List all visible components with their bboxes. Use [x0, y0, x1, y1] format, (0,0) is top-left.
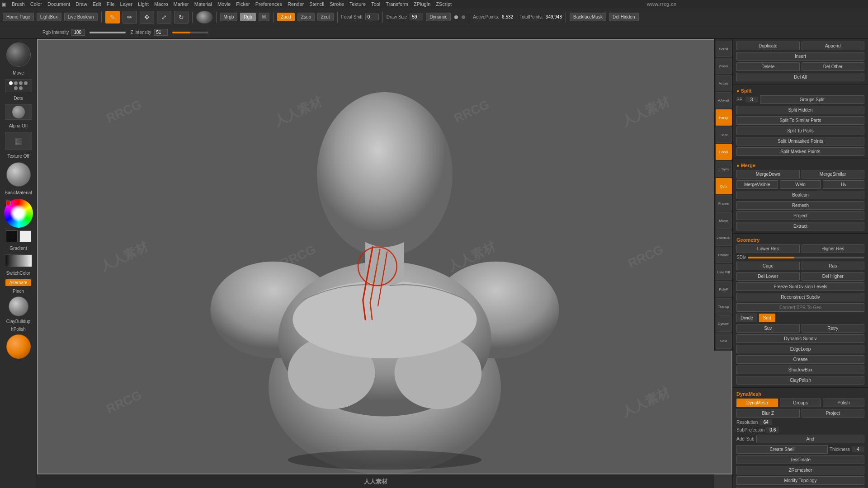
- spi-value[interactable]: 3: [745, 97, 758, 103]
- menu-marker[interactable]: Marker: [174, 1, 189, 7]
- menu-stencil[interactable]: Stencil: [309, 1, 324, 7]
- menu-transform[interactable]: Transform: [386, 1, 408, 7]
- menu-preferences[interactable]: Preferences: [255, 1, 282, 7]
- dots-selector[interactable]: [5, 79, 32, 92]
- split-masked-button[interactable]: Split Masked Points: [736, 147, 864, 156]
- duplicate-button[interactable]: Duplicate: [736, 42, 800, 50]
- split-to-similar-parts-button[interactable]: Split To Similar Parts: [736, 116, 864, 125]
- gradient-box[interactable]: [5, 254, 32, 267]
- brush-sphere[interactable]: [6, 42, 31, 67]
- menu-document[interactable]: Document: [47, 1, 70, 7]
- cage-button[interactable]: Cage: [736, 262, 800, 270]
- menu-tool[interactable]: Tool: [371, 1, 380, 7]
- del-lower-button[interactable]: Del Lower: [736, 272, 800, 281]
- ras-button[interactable]: Ras: [802, 262, 865, 270]
- zcut-button[interactable]: Zcut: [317, 13, 333, 21]
- menu-zscript[interactable]: ZScript: [436, 1, 452, 7]
- project-button[interactable]: Project: [736, 211, 864, 220]
- aahalf-btn[interactable]: AAHalf: [716, 92, 732, 108]
- groups-dyna-button[interactable]: Groups: [780, 399, 821, 407]
- remesh-button[interactable]: Remesh: [736, 201, 864, 210]
- menu-draw[interactable]: Draw: [75, 1, 87, 7]
- menu-picker[interactable]: Picker: [236, 1, 250, 7]
- convert-bpr-button[interactable]: Convert BPR To Geo: [736, 303, 864, 312]
- rotate-view-btn[interactable]: Rotate: [716, 247, 732, 263]
- edge-loop-button[interactable]: EdgeLoop: [736, 345, 864, 353]
- menu-macro[interactable]: Macro: [154, 1, 168, 7]
- floor-btn[interactable]: Floor: [716, 127, 732, 143]
- mrgb-button[interactable]: Mrgb: [220, 13, 238, 21]
- insert-button[interactable]: Insert: [736, 52, 864, 61]
- edit-button[interactable]: ✎: [105, 11, 120, 23]
- dot-2[interactable]: [14, 81, 18, 85]
- dot-3[interactable]: [19, 81, 23, 85]
- project-dyna-button[interactable]: Project: [802, 409, 865, 418]
- merge-similar-button[interactable]: MergeSimilar: [802, 170, 865, 178]
- menu-movie[interactable]: Movie: [217, 1, 231, 7]
- boolean-button[interactable]: Boolean: [736, 191, 864, 199]
- local-btn[interactable]: Local: [716, 144, 732, 160]
- polish-button[interactable]: Polish: [823, 399, 864, 407]
- live-boolean-button[interactable]: Live Boolean: [64, 13, 98, 21]
- sdiv-slider[interactable]: [748, 257, 864, 258]
- swatch-white[interactable]: [19, 230, 31, 242]
- frame-btn[interactable]: Frame: [716, 195, 732, 211]
- groups-split-button[interactable]: Groups Split: [760, 95, 864, 104]
- dot-1[interactable]: [9, 81, 13, 85]
- split-unmasked-button[interactable]: Split Unmasked Points: [736, 137, 864, 145]
- menu-brush[interactable]: Brush: [12, 1, 25, 7]
- transp-btn[interactable]: Transp: [716, 298, 732, 314]
- zoom-btn[interactable]: Zoom: [716, 58, 732, 74]
- clay-buildup-sphere[interactable]: [9, 296, 28, 316]
- menu-light[interactable]: Light: [138, 1, 149, 7]
- rgb-intensity-slider[interactable]: [90, 32, 126, 33]
- blur-z-button[interactable]: Blur Z: [736, 409, 800, 418]
- modify-topology-button[interactable]: Modify Topology: [736, 476, 864, 485]
- dot-4[interactable]: [24, 81, 28, 85]
- menu-layer[interactable]: Layer: [120, 1, 133, 7]
- sub-projection-value[interactable]: 0.6: [766, 427, 779, 433]
- pinch-button[interactable]: Pinch: [13, 289, 24, 294]
- main-viewport[interactable]: RRCG人人素材RRCG人人素材 人人素材RRCG人人素材RRCG RRCG人人…: [37, 39, 732, 474]
- rgb-button[interactable]: Rgb: [240, 13, 255, 21]
- del-higher-button[interactable]: Del Higher: [802, 272, 865, 281]
- zoom3d-btn[interactable]: Zoom3D: [716, 230, 732, 246]
- orange-sphere[interactable]: [6, 334, 31, 359]
- extract-button[interactable]: Extract: [736, 222, 864, 230]
- split-to-parts-button[interactable]: Split To Parts: [736, 127, 864, 135]
- menu-render[interactable]: Render: [288, 1, 304, 7]
- divide-button[interactable]: Divide: [736, 314, 757, 322]
- crease-button[interactable]: Crease: [736, 355, 864, 364]
- z-intensity-slider[interactable]: [172, 32, 208, 33]
- smt-button[interactable]: Smt: [759, 314, 775, 322]
- freeze-subdiv-button[interactable]: Freeze SubDivision Levels: [736, 282, 864, 291]
- m-button[interactable]: M: [259, 13, 269, 21]
- thickness-value[interactable]: 4: [852, 446, 864, 452]
- menu-color[interactable]: Color: [30, 1, 42, 7]
- dot-5[interactable]: [14, 86, 18, 90]
- higher-res-button[interactable]: Higher Res: [802, 244, 865, 253]
- scroll-btn[interactable]: Scroll: [716, 41, 732, 57]
- backface-mask-button[interactable]: BackfaceMask: [570, 13, 606, 21]
- scale-button[interactable]: ⤢: [157, 11, 171, 23]
- del-all-button[interactable]: Del All: [736, 73, 864, 81]
- merge-visible-button[interactable]: MergeVisible: [736, 180, 778, 189]
- actual-btn[interactable]: Actual: [716, 75, 732, 91]
- lower-res-button[interactable]: Lower Res: [736, 244, 800, 253]
- swatch-black[interactable]: [6, 230, 18, 242]
- zadd-button[interactable]: Zadd: [277, 13, 295, 21]
- dot-6[interactable]: [19, 86, 23, 90]
- dynam-btn[interactable]: Dynam: [716, 315, 732, 332]
- color-wheel[interactable]: [4, 199, 33, 228]
- menu-texture[interactable]: Texture: [349, 1, 366, 7]
- qviz-btn[interactable]: Qviz: [716, 178, 732, 194]
- weld-button[interactable]: Weld: [780, 180, 821, 189]
- z-remesher-button[interactable]: ZRemesher: [736, 466, 864, 474]
- tessimate-button[interactable]: Tessimate: [736, 455, 864, 464]
- move-view-btn[interactable]: Move: [716, 212, 732, 229]
- split-hidden-button[interactable]: Split Hidden: [736, 106, 864, 114]
- merge-down-button[interactable]: MergeDown: [736, 170, 800, 178]
- zsub-button[interactable]: Zsub: [297, 13, 315, 21]
- line-fill-btn[interactable]: Line Fill: [716, 264, 732, 280]
- dynamic-button[interactable]: Dynamic: [426, 13, 451, 21]
